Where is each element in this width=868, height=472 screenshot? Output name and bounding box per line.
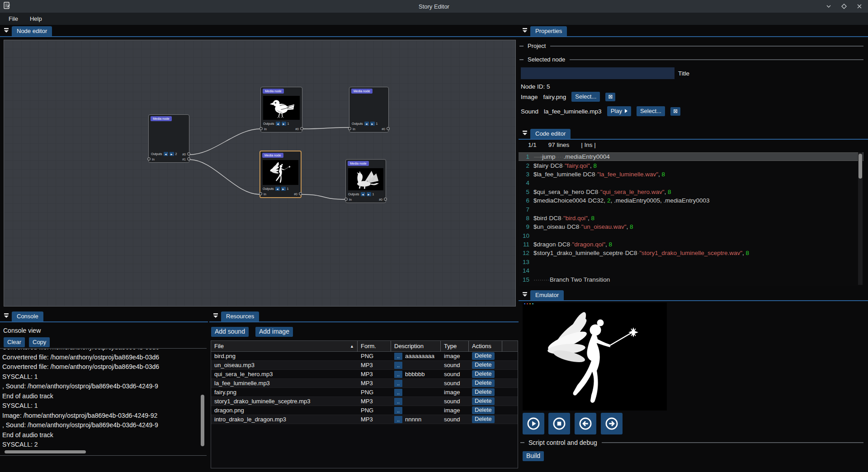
table-row[interactable]: bird.pngPNG..aaaaaaaaaimageDelete: [211, 352, 518, 361]
table-row[interactable]: dragon.pngPNG..imageDelete: [211, 406, 518, 415]
emulator-play-button[interactable]: [523, 413, 544, 434]
code-line[interactable]: 2$fairy·DC8·"fairy.qoi", 8: [519, 161, 863, 170]
decrease-outputs-button[interactable]: ◀: [275, 187, 280, 191]
close-icon[interactable]: [855, 2, 863, 10]
output-port[interactable]: [300, 127, 303, 130]
console-horizontal-scrollbar[interactable]: [2, 449, 196, 454]
collapse-icon[interactable]: [4, 28, 9, 34]
decrease-outputs-button[interactable]: ◀: [276, 122, 280, 126]
table-row[interactable]: fairy.pngPNG..imageDelete: [211, 388, 518, 397]
decrease-outputs-button[interactable]: ◀: [164, 152, 168, 156]
scrollbar-thumb[interactable]: [5, 450, 86, 453]
delete-button[interactable]: Delete: [472, 406, 495, 414]
edit-description-button[interactable]: ..: [394, 371, 402, 378]
column-type[interactable]: Type: [441, 341, 469, 352]
edit-description-button[interactable]: ..: [394, 389, 402, 396]
console-vertical-scrollbar[interactable]: [200, 349, 205, 447]
decrease-outputs-button[interactable]: ◀: [361, 192, 365, 196]
sound-select-button[interactable]: Select...: [637, 106, 665, 116]
code-line[interactable]: 1⟶jump····.mediaEntry0004: [519, 152, 863, 161]
title-input[interactable]: [521, 67, 675, 79]
menu-file[interactable]: File: [5, 14, 22, 24]
input-port[interactable]: [259, 127, 263, 130]
minimize-icon[interactable]: [825, 2, 833, 10]
increase-outputs-button[interactable]: ▶: [282, 122, 286, 126]
output-port[interactable]: [387, 127, 390, 130]
emulator-back-button[interactable]: [575, 413, 596, 434]
column-file[interactable]: File ▲: [211, 341, 358, 352]
column-description[interactable]: Description: [391, 341, 441, 352]
delete-button[interactable]: Delete: [472, 388, 495, 396]
sound-play-button[interactable]: Play: [607, 106, 631, 116]
code-line[interactable]: 13: [519, 258, 863, 266]
table-row[interactable]: story1_drako_luminelle_sceptre.mp3MP3..s…: [211, 397, 518, 406]
code-line[interactable]: 5$qui_sera_le_hero·DC8·"qui_sera_le_hero…: [519, 188, 863, 196]
input-port[interactable]: [259, 192, 262, 195]
edit-description-button[interactable]: ..: [394, 380, 402, 387]
fairy-node[interactable]: Media nodeOutputs◀▶1In#0: [259, 151, 302, 198]
collapse-icon[interactable]: [522, 130, 528, 137]
collapse-icon[interactable]: [522, 292, 528, 298]
sound-clear-button[interactable]: ⊠: [670, 107, 680, 116]
console-output[interactable]: Convertered file: /home/anthony/ostproj/…: [0, 348, 207, 456]
tab-code-editor[interactable]: Code editor: [530, 129, 571, 139]
emulator-stop-button[interactable]: [548, 413, 570, 434]
input-port[interactable]: [147, 157, 151, 160]
column-actions[interactable]: Actions: [469, 341, 502, 352]
delete-button[interactable]: Delete: [472, 361, 495, 369]
maximize-icon[interactable]: [840, 2, 848, 10]
code-line[interactable]: 3$la_fee_luminelle·DC8·"la_fee_luminelle…: [519, 170, 863, 179]
input-port[interactable]: [348, 127, 351, 130]
increase-outputs-button[interactable]: ▶: [281, 187, 286, 191]
collapse-icon[interactable]: [213, 313, 218, 320]
output-port[interactable]: [384, 198, 387, 201]
dragon-node[interactable]: Media nodeOutputs◀▶1In#0: [345, 159, 386, 203]
edit-description-button[interactable]: ..: [394, 398, 402, 405]
collapse-icon[interactable]: [4, 313, 9, 320]
blank-node[interactable]: Media nodeOutputs◀▶1In#0: [349, 87, 389, 132]
code-vertical-scrollbar[interactable]: [858, 152, 863, 285]
build-button[interactable]: Build: [523, 451, 544, 461]
image-clear-button[interactable]: ⊠: [605, 93, 615, 101]
output-port[interactable]: [299, 192, 302, 195]
code-line[interactable]: 11$dragon·DC8·"dragon.qoi", 8: [519, 240, 863, 249]
edit-description-button[interactable]: ..: [394, 362, 402, 369]
increase-outputs-button[interactable]: ▶: [170, 152, 174, 156]
increase-outputs-button[interactable]: ▶: [367, 192, 371, 196]
column-format[interactable]: Form.: [358, 341, 391, 352]
table-row[interactable]: un_oiseau.mp3MP3..soundDelete: [211, 361, 518, 370]
output-port[interactable]: [187, 152, 190, 156]
code-line[interactable]: 4: [519, 179, 863, 187]
table-row[interactable]: la_fee_luminelle.mp3MP3..soundDelete: [211, 379, 518, 388]
scrollbar-thumb[interactable]: [859, 154, 862, 179]
delete-button[interactable]: Delete: [472, 379, 495, 387]
tab-console[interactable]: Console: [12, 312, 43, 321]
delete-button[interactable]: Delete: [472, 397, 495, 405]
code-line[interactable]: 10: [519, 231, 863, 240]
scrollbar-thumb[interactable]: [201, 395, 204, 446]
delete-button[interactable]: Delete: [472, 352, 495, 360]
edit-description-button[interactable]: ..: [394, 407, 402, 414]
table-row[interactable]: qui_sera_le_hero.mp3MP3..bbbbbbsoundDele…: [211, 370, 518, 379]
menu-help[interactable]: Help: [26, 14, 46, 24]
add-image-button[interactable]: Add image: [255, 327, 293, 337]
image-select-button[interactable]: Select...: [571, 92, 600, 102]
edit-description-button[interactable]: ..: [394, 416, 402, 423]
edit-description-button[interactable]: ..: [394, 353, 402, 360]
increase-outputs-button[interactable]: ▶: [370, 122, 375, 126]
tab-properties[interactable]: Properties: [530, 26, 567, 36]
console-copy-button[interactable]: Copy: [29, 337, 50, 347]
output-port[interactable]: [187, 157, 190, 160]
code-line[interactable]: 15········Branch Two Transition: [519, 275, 863, 283]
code-line[interactable]: 6$mediaChoice0004·DC32, 2, .mediaEntry00…: [519, 196, 863, 205]
tab-emulator[interactable]: Emulator: [530, 290, 564, 300]
code-editor-text[interactable]: 1⟶jump····.mediaEntry00042$fairy·DC8·"fa…: [519, 152, 863, 286]
console-clear-button[interactable]: Clear: [4, 337, 25, 347]
bird-node[interactable]: Media nodeOutputs◀▶1In#0: [260, 87, 302, 132]
collapse-icon[interactable]: [522, 28, 528, 34]
add-sound-button[interactable]: Add sound: [211, 327, 249, 337]
input-port[interactable]: [344, 198, 348, 201]
code-line[interactable]: 12$story1_drako_luminelle_sceptre·DC8·"s…: [519, 249, 863, 257]
decrease-outputs-button[interactable]: ◀: [364, 122, 369, 126]
delete-button[interactable]: Delete: [472, 415, 495, 423]
